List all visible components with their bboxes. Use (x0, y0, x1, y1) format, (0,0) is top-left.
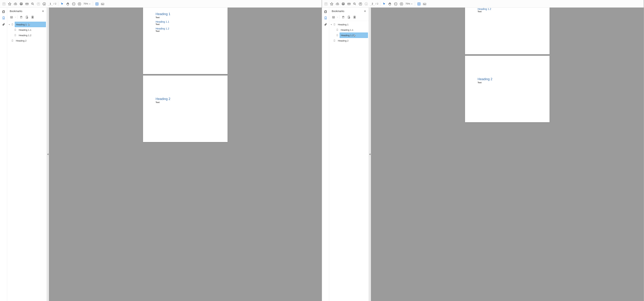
bookmark-item-heading-1[interactable]: Heading 1 (8, 22, 46, 27)
bookmark-item-heading-1-1[interactable]: Heading 1.1 (330, 27, 368, 32)
cloud-upload-button[interactable] (334, 1, 340, 6)
page-input[interactable] (48, 2, 53, 5)
email-button[interactable] (346, 1, 352, 6)
bookmark-icon (336, 28, 339, 31)
next-page-button[interactable] (363, 1, 369, 6)
body-text: Text (156, 101, 215, 103)
print-button[interactable] (18, 1, 24, 6)
body-text: Text (156, 23, 215, 25)
zoom-dropdown[interactable]: 75% (82, 2, 92, 5)
add-bookmark-button[interactable] (24, 15, 29, 19)
close-panel-button[interactable] (41, 9, 45, 13)
bookmark-item-heading-1-2[interactable]: Heading 1.2 (8, 32, 46, 38)
zoom-out-button[interactable] (71, 1, 76, 6)
add-bookmark-button[interactable] (346, 15, 351, 19)
zoom-value: 75% (84, 2, 88, 5)
thumbnails-tab[interactable] (323, 9, 328, 14)
favorite-button[interactable] (7, 1, 12, 6)
bookmark-tree: Heading 1 Heading 1.1 Heading 1.2 (7, 21, 46, 301)
pane-body: Bookmarks Heading 1 (0, 7, 322, 301)
fit-dropdown[interactable] (416, 1, 422, 6)
star-bookmark-button[interactable] (352, 15, 357, 19)
page-1-tail: Heading 1.2 Text (465, 7, 550, 54)
heading-1-2: Heading 1.2 (156, 27, 215, 30)
heading-1-2: Heading 1.2 (478, 7, 537, 10)
bookmark-icon (336, 34, 339, 36)
panel-header: Bookmarks (329, 7, 368, 14)
bookmarks-tab[interactable] (323, 15, 328, 20)
options-dropdown[interactable] (331, 15, 336, 19)
delete-bookmark-button[interactable] (340, 15, 345, 19)
options-dropdown[interactable] (9, 15, 14, 19)
thumbnails-tab[interactable] (1, 9, 6, 14)
nav-rail (0, 7, 7, 301)
zoom-value: 75% (406, 2, 410, 5)
toolbar-separator (380, 1, 380, 6)
search-button[interactable] (352, 1, 357, 6)
next-page-button[interactable] (41, 1, 47, 6)
hand-tool-button[interactable] (387, 1, 392, 6)
prev-page-button[interactable] (358, 1, 363, 6)
bookmark-label: Heading 1.1 (340, 27, 368, 32)
print-button[interactable] (340, 1, 346, 6)
expand-icon[interactable] (8, 23, 11, 25)
close-panel-button[interactable] (363, 9, 367, 13)
toolbar-separator (415, 1, 415, 6)
panel-collapse-handle[interactable] (47, 7, 49, 301)
document-viewport[interactable]: Heading 1.2 Text Heading 2 Text (371, 7, 644, 301)
heading-2: Heading 2 (478, 77, 537, 81)
star-bookmark-button[interactable] (30, 15, 35, 19)
page-input[interactable] (370, 2, 375, 5)
cloud-upload-button[interactable] (12, 1, 18, 6)
fit-dropdown[interactable] (94, 1, 100, 6)
save-button[interactable] (1, 1, 6, 6)
bookmark-item-heading-1-1[interactable]: Heading 1.1 (8, 27, 46, 32)
keyboard-button[interactable] (100, 1, 105, 6)
nav-rail (322, 7, 329, 301)
panel-collapse-handle[interactable] (369, 7, 371, 301)
right-pane: / 2 75% Bookmarks (322, 0, 644, 301)
pane-body: Bookmarks Heading 1 (322, 7, 644, 301)
keyboard-button[interactable] (422, 1, 427, 6)
zoom-in-button[interactable] (399, 1, 404, 6)
email-button[interactable] (24, 1, 30, 6)
bookmark-icon (11, 39, 14, 42)
panel-title: Bookmarks (332, 10, 344, 12)
expand-icon[interactable] (330, 23, 333, 25)
bookmark-icon (333, 39, 336, 42)
bookmarks-panel: Bookmarks Heading 1 (7, 7, 47, 301)
bookmark-item-heading-2[interactable]: Heading 2 (8, 38, 46, 43)
pointer-tool-button[interactable] (381, 1, 387, 6)
toolbar-separator (93, 1, 93, 6)
delete-bookmark-button[interactable] (18, 15, 23, 19)
bookmarks-tab[interactable] (1, 15, 6, 20)
toolbar-separator (58, 1, 58, 6)
bookmarks-panel: Bookmarks Heading 1 (329, 7, 369, 301)
prev-page-button[interactable] (36, 1, 41, 6)
save-button[interactable] (323, 1, 328, 6)
attachments-tab[interactable] (323, 22, 328, 27)
zoom-in-button[interactable] (77, 1, 82, 6)
body-text: Text (478, 10, 537, 12)
hand-tool-button[interactable] (65, 1, 70, 6)
search-button[interactable] (30, 1, 35, 6)
panel-toolbar (329, 14, 368, 21)
page-indicator: / 2 (370, 2, 378, 5)
favorite-button[interactable] (329, 1, 334, 6)
heading-1-1: Heading 1.1 (156, 20, 215, 23)
body-text: Text (478, 81, 537, 84)
page-indicator: / 2 (48, 2, 56, 5)
bookmark-item-heading-1-2[interactable]: Heading 1.2 (330, 32, 368, 38)
zoom-dropdown[interactable]: 75% (404, 2, 414, 5)
panel-toolbar (7, 14, 46, 21)
bookmark-icon (11, 23, 14, 26)
zoom-out-button[interactable] (393, 1, 398, 6)
bookmark-item-heading-1[interactable]: Heading 1 (330, 22, 368, 27)
page-total: 2 (377, 2, 378, 5)
bookmark-label: Heading 1 (337, 22, 368, 27)
pointer-tool-button[interactable] (59, 1, 65, 6)
bookmark-item-heading-2[interactable]: Heading 2 (330, 38, 368, 43)
attachments-tab[interactable] (1, 22, 6, 27)
separator (17, 15, 18, 19)
document-viewport[interactable]: Heading 1 Text Heading 1.1 Text Heading … (49, 7, 322, 301)
